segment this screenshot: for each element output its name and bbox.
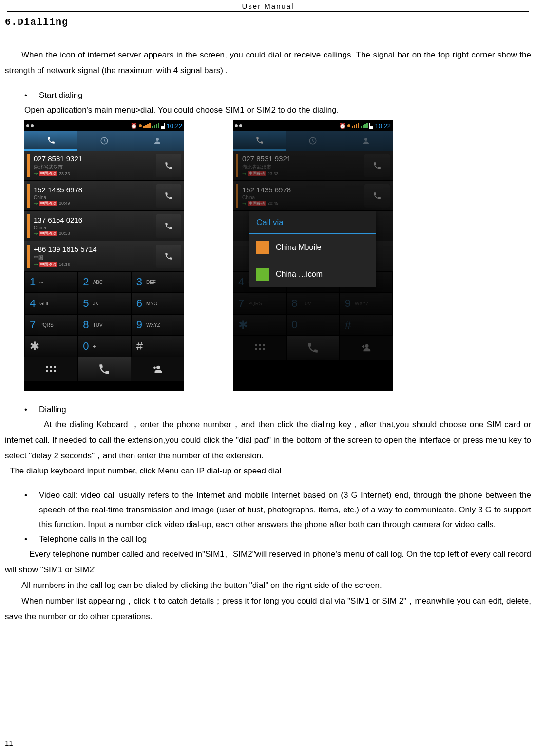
bullet-list-1: Start dialing: [39, 88, 531, 103]
dialog-option-label: China Mboile: [276, 243, 321, 252]
phone-icon: [164, 191, 173, 200]
dial-button[interactable]: [364, 184, 390, 208]
keypad-key-9[interactable]: 9WXYZ: [131, 314, 184, 336]
clock-icon: [308, 136, 317, 145]
call-log-item[interactable]: 027 8531 9321 湖北省武汉市 ↗中国移动23:33: [24, 151, 184, 181]
keypad-key-0[interactable]: 0+: [286, 314, 339, 336]
svg-rect-5: [46, 370, 48, 372]
svg-rect-15: [259, 348, 261, 350]
signal-icon: [143, 123, 151, 128]
intro-paragraph: When the icon of internet server appears…: [5, 47, 531, 78]
carrier-badge: 中国移动: [39, 171, 57, 176]
keypad-key-9[interactable]: 9WXYZ: [340, 293, 393, 314]
keypad-key-#[interactable]: #: [131, 336, 184, 357]
keypad-key-4[interactable]: 4GHI: [24, 293, 77, 314]
call-location: China: [242, 195, 255, 200]
phone-icon: [164, 161, 173, 170]
screenshots-row: ⏰ 10:22: [5, 117, 531, 396]
svg-rect-16: [263, 348, 265, 350]
dial-button[interactable]: [156, 184, 181, 208]
call-time: 20:49: [59, 201, 70, 206]
sim1-color-icon: [256, 241, 269, 254]
svg-rect-11: [255, 344, 257, 346]
phone-screenshot-2: ⏰ 10:22 027 8531 9321 湖北省武汉市 ↗中国移动: [233, 120, 393, 391]
keypad-key-✱[interactable]: ✱: [24, 336, 77, 357]
incoming-icon: ↗: [241, 170, 247, 177]
call-button[interactable]: [77, 357, 131, 381]
tab-contacts[interactable]: [340, 131, 393, 151]
call-location: 中国: [34, 254, 43, 261]
keypad-key-6[interactable]: 6MNO: [131, 293, 184, 314]
dial-button[interactable]: [364, 154, 390, 177]
battery-icon: [161, 123, 165, 129]
keypad-key-3[interactable]: 3DEF: [131, 271, 184, 293]
tab-phone[interactable]: [233, 131, 286, 151]
dial-button[interactable]: [156, 245, 181, 268]
call-location: China: [34, 195, 46, 200]
tab-recents[interactable]: [77, 131, 131, 151]
call-number: 152 1435 6978: [242, 186, 364, 194]
signal-icon-2: [152, 123, 159, 128]
call-number: 027 8531 9321: [242, 154, 364, 163]
signal-icon-2: [361, 123, 368, 128]
dial-button[interactable]: [156, 214, 181, 238]
carrier-badge: 中国移动: [39, 201, 57, 206]
keypad-key-0[interactable]: 0+: [77, 336, 131, 357]
signal-icon: [352, 123, 359, 128]
incoming-icon: ↗: [241, 200, 247, 206]
call-list: 027 8531 9321 湖北省武汉市 ↗中国移动23:33 152 1435…: [24, 151, 184, 271]
keypad-key-7[interactable]: 7PQRS: [233, 293, 286, 314]
call-button[interactable]: [286, 336, 339, 360]
incoming-icon: ↗: [32, 261, 38, 267]
call-number: +86 139 1615 5714: [34, 245, 156, 253]
dialog-option-sim2[interactable]: China …icom: [249, 261, 376, 287]
dialpad-toggle-button[interactable]: [24, 357, 77, 381]
call-log-item[interactable]: +86 139 1615 5714 中国 ↗中国移动16:38: [24, 241, 184, 271]
keypad-key-✱[interactable]: ✱: [233, 314, 286, 336]
call-via-dialog: Call via China Mboile China …icom: [249, 211, 376, 287]
keypad-key-5[interactable]: 5JKL: [77, 293, 131, 314]
svg-point-1: [156, 138, 159, 141]
svg-rect-6: [50, 370, 52, 372]
keypad-key-#[interactable]: #: [340, 314, 393, 336]
phone-icon: [373, 161, 382, 170]
call-log-item[interactable]: 152 1435 6978 China ↗中国移动20:49: [24, 181, 184, 211]
call-time: 23:33: [268, 171, 279, 176]
dialpad-toggle-button[interactable]: [233, 336, 286, 360]
keypad-key-2[interactable]: 2ABC: [77, 271, 131, 293]
bullet-start-dialing: Start dialing: [39, 88, 531, 103]
carrier-badge: 中国移动: [248, 171, 266, 176]
call-log-item[interactable]: 137 6154 0216 China ↗中国移动20:38: [24, 211, 184, 241]
call-log-item[interactable]: 027 8531 9321 湖北省武汉市 ↗中国移动23:33: [233, 151, 393, 181]
dial-button[interactable]: [156, 154, 181, 177]
keypad-key-8[interactable]: 8TUV: [77, 314, 131, 336]
dialling-p1: At the dialing Keboard ，enter the phone …: [5, 417, 531, 464]
keypad-key-1[interactable]: 1∞: [24, 271, 77, 293]
tel-log-p3: When number list appearing，click it to c…: [5, 593, 531, 624]
tel-log-p2: All numbers in the call log can be diale…: [5, 578, 531, 593]
tab-recents[interactable]: [286, 131, 339, 151]
svg-point-8: [156, 366, 160, 369]
svg-point-17: [365, 344, 368, 348]
svg-rect-14: [255, 348, 257, 350]
phone-icon: [255, 136, 264, 145]
tab-contacts[interactable]: [131, 131, 184, 151]
sim-dot-icon: [139, 124, 142, 127]
carrier-badge: 中国移动: [39, 231, 57, 236]
call-number: 152 1435 6978: [34, 186, 156, 194]
tab-phone[interactable]: [24, 131, 77, 151]
dialog-option-sim1[interactable]: China Mboile: [249, 234, 376, 261]
svg-rect-13: [263, 344, 265, 346]
add-contact-button[interactable]: [340, 336, 393, 360]
add-contact-button[interactable]: [131, 357, 184, 381]
svg-point-10: [364, 138, 367, 141]
status-bar: ⏰ 10:22: [24, 120, 184, 131]
dialog-title: Call via: [249, 211, 376, 234]
keypad-key-7[interactable]: 7PQRS: [24, 314, 77, 336]
add-contact-icon: [361, 342, 371, 353]
call-time: 16:38: [59, 262, 70, 267]
bullet-list-3: Video call: video call usually refers to…: [39, 488, 531, 547]
clock-icon: [100, 136, 109, 145]
keypad-key-8[interactable]: 8TUV: [286, 293, 339, 314]
call-log-item[interactable]: 152 1435 6978 China ↗中国移动20:49: [233, 181, 393, 211]
